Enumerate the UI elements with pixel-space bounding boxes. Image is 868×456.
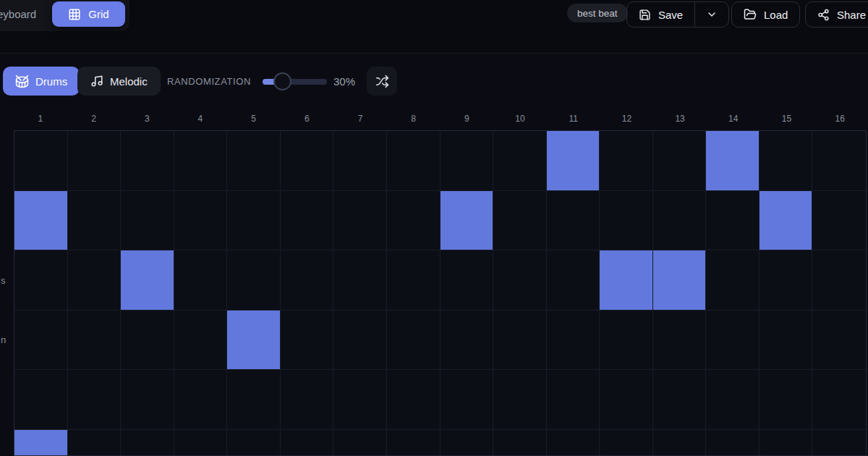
shuffle-button[interactable]: [367, 67, 397, 96]
step-cell[interactable]: [812, 250, 866, 311]
save-button[interactable]: Save: [627, 2, 694, 27]
step-cell[interactable]: [493, 311, 547, 371]
step-cell[interactable]: [121, 311, 174, 371]
step-cell[interactable]: [121, 191, 174, 251]
step-cell[interactable]: [760, 250, 813, 311]
step-cell[interactable]: [653, 191, 707, 251]
step-cell[interactable]: [281, 250, 334, 311]
step-cell[interactable]: [600, 430, 653, 456]
step-cell[interactable]: [174, 311, 228, 371]
step-cell[interactable]: [333, 191, 387, 251]
step-cell[interactable]: [281, 191, 334, 251]
step-cell[interactable]: [281, 131, 334, 191]
step-cell[interactable]: [121, 250, 174, 311]
step-cell[interactable]: [493, 370, 547, 430]
step-cell[interactable]: [68, 430, 122, 456]
step-cell[interactable]: [121, 370, 174, 430]
step-cell[interactable]: [14, 430, 68, 456]
tab-grid[interactable]: Grid: [52, 1, 124, 27]
step-cell[interactable]: [227, 191, 281, 251]
step-cell[interactable]: [14, 191, 68, 251]
share-button[interactable]: Share: [805, 1, 868, 28]
step-cell[interactable]: [706, 311, 760, 371]
beat-name-badge[interactable]: best beat: [567, 4, 628, 22]
step-cell[interactable]: [812, 370, 866, 430]
step-cell[interactable]: [121, 131, 174, 191]
step-cell[interactable]: [600, 191, 653, 251]
step-cell[interactable]: [387, 370, 441, 430]
step-cell[interactable]: [760, 370, 813, 430]
step-cell[interactable]: [333, 311, 387, 371]
step-cell[interactable]: [227, 370, 281, 430]
step-cell[interactable]: [812, 311, 866, 371]
step-cell[interactable]: [441, 370, 494, 430]
randomization-slider[interactable]: [263, 79, 327, 85]
step-cell[interactable]: [547, 191, 600, 251]
step-cell[interactable]: [706, 430, 760, 456]
step-cell[interactable]: [14, 131, 68, 191]
step-cell[interactable]: [281, 370, 334, 430]
step-cell[interactable]: [441, 430, 494, 456]
step-cell[interactable]: [812, 430, 866, 456]
step-cell[interactable]: [68, 370, 122, 430]
step-cell[interactable]: [333, 430, 387, 456]
step-cell[interactable]: [706, 370, 760, 430]
step-cell[interactable]: [227, 430, 281, 456]
step-cell[interactable]: [14, 311, 68, 371]
step-cell[interactable]: [653, 311, 707, 371]
step-cell[interactable]: [14, 370, 68, 430]
load-button[interactable]: Load: [731, 1, 800, 28]
step-cell[interactable]: [547, 430, 600, 456]
melodic-mode-button[interactable]: Melodic: [77, 67, 161, 96]
save-dropdown-button[interactable]: [695, 2, 728, 27]
step-cell[interactable]: [333, 370, 387, 430]
step-cell[interactable]: [653, 131, 707, 191]
step-cell[interactable]: [121, 430, 174, 456]
step-cell[interactable]: [387, 250, 441, 311]
step-cell[interactable]: [281, 311, 334, 371]
step-cell[interactable]: [760, 191, 813, 251]
step-cell[interactable]: [68, 131, 122, 191]
tab-keyboard[interactable]: Keyboard: [0, 1, 39, 27]
step-cell[interactable]: [227, 250, 281, 311]
step-cell[interactable]: [227, 131, 281, 191]
step-cell[interactable]: [441, 311, 494, 371]
step-cell[interactable]: [387, 191, 441, 251]
step-cell[interactable]: [441, 250, 494, 311]
randomization-thumb[interactable]: [273, 72, 292, 90]
step-cell[interactable]: [387, 131, 441, 191]
step-cell[interactable]: [600, 370, 653, 430]
step-cell[interactable]: [174, 370, 228, 430]
step-cell[interactable]: [653, 370, 707, 430]
step-cell[interactable]: [653, 430, 707, 456]
step-cell[interactable]: [493, 131, 547, 191]
step-cell[interactable]: [760, 311, 813, 371]
step-cell[interactable]: [706, 131, 760, 191]
step-cell[interactable]: [493, 430, 547, 456]
step-cell[interactable]: [706, 250, 760, 311]
step-cell[interactable]: [68, 191, 122, 251]
step-cell[interactable]: [281, 430, 334, 456]
step-cell[interactable]: [547, 131, 600, 191]
step-cell[interactable]: [493, 250, 547, 311]
drums-mode-button[interactable]: Drums: [3, 67, 80, 96]
step-cell[interactable]: [812, 131, 866, 191]
step-cell[interactable]: [68, 311, 122, 371]
step-cell[interactable]: [760, 430, 813, 456]
step-cell[interactable]: [547, 250, 600, 311]
step-cell[interactable]: [174, 191, 228, 251]
step-cell[interactable]: [387, 430, 441, 456]
step-cell[interactable]: [493, 191, 547, 251]
step-cell[interactable]: [600, 311, 653, 371]
step-cell[interactable]: [600, 131, 653, 191]
step-cell[interactable]: [174, 430, 228, 456]
step-cell[interactable]: [441, 131, 494, 191]
step-cell[interactable]: [706, 191, 760, 251]
step-cell[interactable]: [14, 250, 68, 311]
step-cell[interactable]: [333, 250, 387, 311]
step-cell[interactable]: [333, 131, 387, 191]
step-cell[interactable]: [812, 191, 866, 251]
step-cell[interactable]: [174, 250, 228, 311]
step-cell[interactable]: [174, 131, 228, 191]
step-cell[interactable]: [653, 250, 707, 311]
